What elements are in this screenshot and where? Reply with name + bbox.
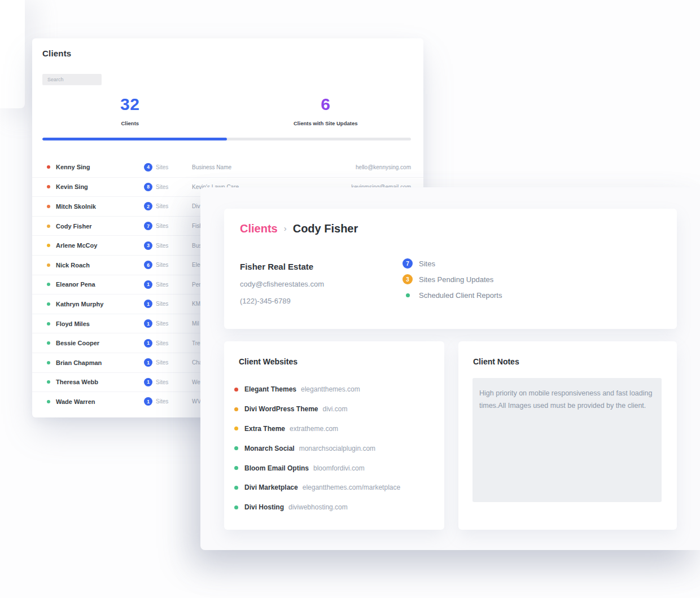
- sites-count-badge: 4: [144, 163, 152, 172]
- status-dot-icon: [47, 380, 50, 384]
- breadcrumb-current: Cody Fisher: [293, 222, 358, 235]
- sites-label: Sites: [156, 223, 168, 229]
- website-status-dot-icon: [234, 388, 238, 392]
- search-input[interactable]: [42, 74, 102, 85]
- sites-label: Sites: [156, 379, 168, 385]
- sites-count-badge: 1: [144, 319, 152, 328]
- client-name: Eleanor Pena: [56, 281, 144, 288]
- list-item[interactable]: Divi Marketplace elegantthemes.com/marke…: [224, 478, 444, 498]
- website-name: Divi Marketplace: [244, 483, 298, 491]
- sites-count-badge: 1: [144, 397, 152, 406]
- client-stats-block: 7 Sites 3 Sites Pending Updates Schedule…: [403, 258, 502, 306]
- breadcrumb-clients-link[interactable]: Clients: [240, 222, 278, 235]
- sites-cell: 1 Sites: [144, 280, 192, 289]
- sites-label: Sites: [156, 164, 168, 170]
- website-status-dot-icon: [234, 426, 238, 430]
- website-url-link: monarchsocialplugin.com: [299, 445, 375, 452]
- table-row[interactable]: Kenny Sing 4 Sites Business Name hello@k…: [32, 157, 423, 177]
- client-info-card: Clients › Cody Fisher Fisher Real Estate…: [224, 209, 677, 329]
- list-item[interactable]: Extra Theme extratheme.com: [224, 419, 444, 439]
- client-notes-textarea[interactable]: High priority on mobile responsiveness a…: [473, 378, 662, 502]
- sites-label: Sites: [156, 184, 168, 190]
- breadcrumb: Clients › Cody Fisher: [240, 222, 358, 235]
- chevron-right-icon: ›: [284, 223, 287, 233]
- scheduled-reports-stat-line: Scheduled Client Reports: [403, 290, 502, 300]
- client-name: Kevin Sing: [56, 183, 144, 190]
- status-dot-icon: [47, 205, 50, 208]
- website-name: Divi Hosting: [244, 503, 284, 511]
- client-websites-card: Client Websites Elegant Themes elegantth…: [224, 341, 444, 530]
- client-name: Floyd Miles: [56, 320, 144, 327]
- sites-cell: 8 Sites: [144, 183, 192, 191]
- list-item[interactable]: Bloom Email Optins bloomfordivi.com: [224, 458, 444, 478]
- list-item[interactable]: Divi WordPress Theme divi.com: [224, 399, 444, 419]
- website-list: Elegant Themes elegantthemes.com Divi Wo…: [224, 380, 444, 517]
- sites-label: Sites: [156, 203, 168, 209]
- website-url-link: elegantthemes.com/marketplace: [303, 483, 400, 491]
- client-notes-card: Client Notes High priority on mobile res…: [458, 341, 677, 530]
- website-name: Bloom Email Optins: [244, 464, 309, 472]
- sites-count-badge: 1: [144, 280, 152, 289]
- sites-count-badge: 8: [144, 183, 152, 191]
- client-name: Bessie Cooper: [56, 340, 144, 346]
- client-name: Arlene McCoy: [56, 242, 144, 249]
- website-status-dot-icon: [234, 466, 238, 470]
- pending-updates-badge: 3: [403, 274, 413, 284]
- stat-clients: 32 Clients: [32, 95, 228, 126]
- sites-cell: 6 Sites: [144, 261, 192, 269]
- stat-clients-label: Clients: [32, 120, 228, 126]
- list-item[interactable]: Monarch Social monarchsocialplugin.com: [224, 438, 444, 458]
- client-name: Cody Fisher: [56, 223, 144, 230]
- website-status-dot-icon: [234, 486, 238, 490]
- status-dot-icon: [47, 400, 50, 403]
- sites-cell: 3 Sites: [144, 241, 192, 250]
- client-name: Kenny Sing: [56, 164, 144, 170]
- sites-count-badge: 3: [144, 241, 152, 250]
- list-item[interactable]: Divi Hosting diviwebhosting.com: [224, 498, 444, 517]
- sites-label: Sites: [156, 340, 168, 346]
- sites-stat-line: 7 Sites: [403, 258, 502, 269]
- background-stacked-card: [0, 0, 25, 108]
- client-business-name: Fisher Real Estate: [240, 262, 324, 271]
- stat-site-updates-label: Clients with Site Updates: [228, 120, 424, 126]
- stat-site-updates: 6 Clients with Site Updates: [228, 95, 424, 126]
- business-name: Business Name: [192, 164, 349, 170]
- website-name: Divi WordPress Theme: [244, 405, 318, 413]
- client-name: Kathryn Murphy: [56, 301, 144, 307]
- client-websites-title: Client Websites: [239, 357, 298, 366]
- sites-count-badge: 1: [144, 358, 152, 367]
- sites-label: Sites: [156, 301, 168, 307]
- clients-progress-bar: [42, 138, 411, 140]
- sites-label: Sites: [156, 359, 168, 366]
- sites-count-badge: 1: [144, 300, 152, 308]
- scheduled-reports-label: Scheduled Client Reports: [419, 291, 502, 300]
- sites-cell: 1 Sites: [144, 319, 192, 328]
- status-dot-icon: [47, 185, 50, 188]
- status-dot-icon: [47, 322, 50, 326]
- client-email: hello@kennysing.com: [356, 164, 411, 170]
- website-url-link: divi.com: [323, 405, 348, 413]
- sites-count-badge: 1: [144, 378, 152, 386]
- client-detail-panel: Clients › Cody Fisher Fisher Real Estate…: [200, 187, 700, 550]
- sites-cell: 1 Sites: [144, 339, 192, 348]
- sites-label: Sites: [156, 243, 168, 249]
- website-status-dot-icon: [234, 505, 238, 509]
- sites-count-badge: 2: [144, 202, 152, 210]
- client-name: Brian Chapman: [56, 359, 144, 366]
- client-name: Theresa Webb: [56, 379, 144, 385]
- sites-count-badge: 6: [144, 261, 152, 269]
- stats-row: 32 Clients 6 Clients with Site Updates: [32, 95, 423, 126]
- sites-count-badge: 1: [144, 339, 152, 348]
- website-status-dot-icon: [234, 446, 238, 450]
- status-dot-icon: [47, 302, 50, 306]
- list-item[interactable]: Elegant Themes elegantthemes.com: [224, 380, 444, 399]
- website-name: Monarch Social: [244, 445, 295, 452]
- sites-label: Sites: [156, 320, 168, 327]
- sites-label: Sites: [156, 282, 168, 288]
- status-dot-icon: [47, 244, 50, 247]
- sites-count-badge: 7: [403, 258, 413, 269]
- website-url-link: extratheme.com: [290, 425, 338, 433]
- stat-clients-value: 32: [32, 95, 228, 114]
- pending-updates-label: Sites Pending Updates: [419, 275, 493, 284]
- status-dot-icon: [47, 341, 50, 345]
